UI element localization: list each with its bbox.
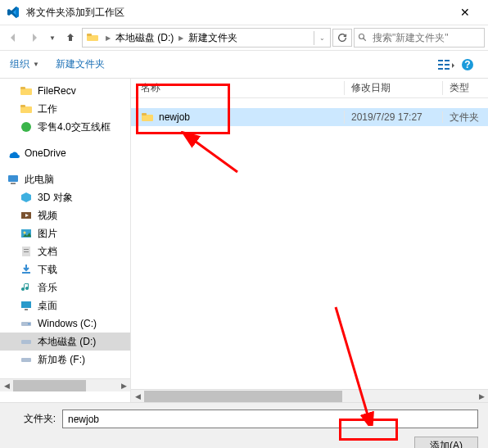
file-list: 名称 修改日期 类型 newjob 2019/7/29 17:27 文件夹 ◀ … bbox=[131, 79, 488, 402]
svg-rect-33 bbox=[142, 113, 147, 115]
svg-point-2 bbox=[359, 34, 364, 39]
svg-rect-25 bbox=[22, 272, 30, 274]
content-scrollbar[interactable]: ◀ ▶ bbox=[131, 389, 488, 402]
scroll-left-icon[interactable]: ◀ bbox=[131, 392, 144, 400]
docs-icon bbox=[20, 245, 33, 258]
search-icon bbox=[358, 33, 368, 43]
folder-icon bbox=[20, 84, 33, 97]
music-icon bbox=[20, 281, 33, 294]
sidebar-item-filerecv[interactable]: FileRecv bbox=[0, 82, 130, 100]
file-row-newjob[interactable]: newjob 2019/7/29 17:27 文件夹 bbox=[131, 108, 488, 126]
back-button[interactable] bbox=[3, 28, 23, 48]
folder-input[interactable] bbox=[62, 410, 478, 428]
scroll-right-icon[interactable]: ▶ bbox=[475, 392, 488, 400]
onedrive-icon bbox=[7, 147, 20, 160]
sidebar-item-work[interactable]: 工作 bbox=[0, 100, 130, 118]
folder-icon bbox=[141, 111, 154, 124]
scroll-left-icon[interactable]: ◀ bbox=[0, 382, 13, 390]
nav-bar: ▼ ▶ 本地磁盘 (D:) ▶ 新建文件夹 ⌄ 搜索"新建文件夹" bbox=[0, 25, 488, 51]
chevron-right-icon: ▶ bbox=[175, 34, 187, 42]
window-title: 将文件夹添加到工作区 bbox=[26, 6, 449, 20]
col-name[interactable]: 名称 bbox=[131, 81, 345, 95]
svg-rect-15 bbox=[20, 105, 25, 107]
svg-rect-13 bbox=[20, 87, 25, 89]
sidebar-3dobjects[interactable]: 3D 对象 bbox=[0, 188, 130, 206]
svg-rect-30 bbox=[21, 340, 31, 344]
svg-rect-5 bbox=[438, 64, 443, 66]
svg-rect-0 bbox=[87, 35, 98, 41]
svg-rect-23 bbox=[24, 249, 29, 250]
svg-rect-4 bbox=[438, 60, 443, 61]
bottom-panel: 文件夹: 添加(A) bbox=[0, 402, 488, 448]
view-mode-button[interactable] bbox=[436, 56, 457, 74]
svg-rect-32 bbox=[142, 115, 153, 121]
svg-rect-6 bbox=[438, 68, 443, 70]
breadcrumb-folder[interactable]: 新建文件夹 bbox=[187, 31, 239, 45]
svg-rect-24 bbox=[24, 251, 29, 252]
vscode-icon bbox=[7, 6, 20, 19]
drive-icon bbox=[20, 317, 33, 330]
col-date[interactable]: 修改日期 bbox=[345, 81, 443, 95]
svg-rect-31 bbox=[21, 358, 31, 362]
sidebar: FileRecv 工作 零售4.0交互线框 OneDrive 此电脑 3D 对象… bbox=[0, 79, 131, 402]
sidebar-scrollbar[interactable]: ◀ ▶ bbox=[0, 378, 130, 391]
help-button[interactable]: ? bbox=[457, 56, 478, 74]
column-headers[interactable]: 名称 修改日期 类型 bbox=[131, 79, 488, 98]
drive-icon bbox=[86, 31, 99, 44]
svg-text:?: ? bbox=[464, 59, 470, 70]
svg-rect-29 bbox=[28, 324, 30, 324]
3d-icon bbox=[20, 191, 33, 204]
video-icon bbox=[20, 209, 33, 222]
chevron-down-icon: ▼ bbox=[33, 61, 39, 68]
svg-rect-18 bbox=[11, 183, 16, 184]
svg-rect-8 bbox=[445, 64, 450, 66]
sidebar-drive-f[interactable]: 新加卷 (F:) bbox=[0, 351, 130, 369]
pictures-icon bbox=[20, 227, 33, 240]
sidebar-item-retail[interactable]: 零售4.0交互线框 bbox=[0, 118, 130, 136]
forward-button[interactable] bbox=[25, 28, 44, 48]
file-type: 文件夹 bbox=[443, 111, 488, 124]
svg-rect-26 bbox=[21, 301, 31, 308]
breadcrumb[interactable]: ▶ 本地磁盘 (D:) ▶ 新建文件夹 ⌄ bbox=[82, 28, 331, 48]
close-button[interactable]: ✕ bbox=[449, 6, 481, 19]
history-dropdown[interactable]: ▼ bbox=[46, 34, 59, 42]
svg-rect-17 bbox=[8, 175, 18, 182]
sidebar-documents[interactable]: 文档 bbox=[0, 242, 130, 260]
add-button[interactable]: 添加(A) bbox=[414, 437, 478, 448]
up-button[interactable] bbox=[61, 28, 80, 48]
svg-rect-14 bbox=[20, 106, 32, 113]
file-date: 2019/7/29 17:27 bbox=[345, 111, 443, 123]
svg-rect-1 bbox=[87, 34, 92, 36]
pc-icon bbox=[7, 173, 20, 186]
new-folder-button[interactable]: 新建文件夹 bbox=[56, 57, 105, 71]
scroll-right-icon[interactable]: ▶ bbox=[117, 382, 130, 390]
refresh-button[interactable] bbox=[332, 29, 352, 47]
col-type[interactable]: 类型 bbox=[443, 81, 488, 95]
chevron-right-icon: ▶ bbox=[102, 34, 114, 42]
breadcrumb-drive[interactable]: 本地磁盘 (D:) bbox=[114, 31, 175, 45]
search-input[interactable]: 搜索"新建文件夹" bbox=[354, 28, 485, 48]
organize-button[interactable]: 组织 ▼ bbox=[10, 57, 39, 71]
sidebar-thispc[interactable]: 此电脑 bbox=[0, 170, 130, 188]
sidebar-downloads[interactable]: 下载 bbox=[0, 260, 130, 278]
sidebar-desktop[interactable]: 桌面 bbox=[0, 296, 130, 315]
green-icon bbox=[20, 120, 33, 133]
sidebar-music[interactable]: 音乐 bbox=[0, 278, 130, 296]
svg-point-16 bbox=[21, 122, 31, 132]
sidebar-drive-c[interactable]: Windows (C:) bbox=[0, 315, 130, 333]
sidebar-drive-d[interactable]: 本地磁盘 (D:) bbox=[0, 333, 130, 351]
sidebar-pictures[interactable]: 图片 bbox=[0, 224, 130, 242]
search-placeholder: 搜索"新建文件夹" bbox=[373, 31, 449, 45]
sidebar-onedrive[interactable]: OneDrive bbox=[0, 144, 130, 162]
folder-label: 文件夹: bbox=[10, 412, 56, 426]
sidebar-videos[interactable]: 视频 bbox=[0, 206, 130, 224]
svg-rect-9 bbox=[445, 68, 450, 70]
svg-line-3 bbox=[364, 38, 366, 41]
drive-icon bbox=[20, 335, 33, 348]
file-name: newjob bbox=[159, 111, 190, 123]
main-area: FileRecv 工作 零售4.0交互线框 OneDrive 此电脑 3D 对象… bbox=[0, 79, 488, 402]
breadcrumb-dropdown[interactable]: ⌄ bbox=[314, 31, 330, 45]
svg-rect-12 bbox=[20, 88, 32, 95]
folder-icon bbox=[20, 102, 33, 115]
titlebar: 将文件夹添加到工作区 ✕ bbox=[0, 0, 488, 25]
